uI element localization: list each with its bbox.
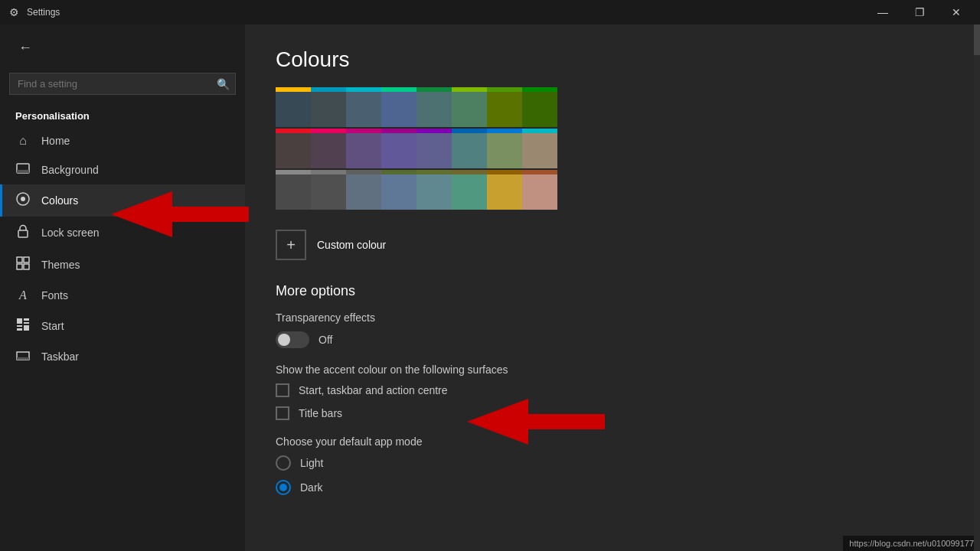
transparency-toggle-row: Off: [276, 331, 949, 348]
search-icon: 🔍: [217, 78, 230, 90]
colour-swatch[interactable]: [487, 133, 522, 168]
title-bars-checkbox[interactable]: [276, 406, 289, 420]
colour-swatch[interactable]: [276, 133, 311, 168]
window-controls: — ❐ ✕: [865, 0, 974, 24]
radio-dark-label: Dark: [300, 481, 323, 494]
svg-rect-16: [17, 357, 29, 360]
sidebar-item-label: Lock screen: [41, 227, 99, 239]
colour-grid-container: [276, 87, 949, 210]
scrollbar-track[interactable]: [974, 24, 980, 551]
sidebar-item-label: Colours: [41, 194, 78, 207]
sidebar-item-start[interactable]: Start: [0, 310, 245, 342]
svg-rect-11: [24, 322, 29, 324]
colour-swatch[interactable]: [276, 174, 311, 210]
custom-colour-button[interactable]: + Custom colour: [276, 225, 386, 265]
svg-rect-7: [17, 264, 22, 269]
sidebar-item-home[interactable]: ⌂ Home: [0, 126, 245, 155]
colours-icon: [15, 192, 31, 209]
svg-rect-12: [17, 325, 22, 327]
restore-button[interactable]: ❐: [902, 0, 937, 24]
checkbox-row-1: Start, taskbar and action centre: [276, 383, 949, 397]
svg-point-3: [21, 197, 25, 201]
custom-colour-label: Custom colour: [317, 239, 386, 251]
colour-swatch[interactable]: [311, 174, 346, 210]
themes-icon: [15, 256, 31, 273]
content-area: Colours: [245, 24, 980, 551]
radio-row-dark: Dark: [276, 480, 949, 495]
start-icon: [15, 318, 31, 334]
svg-rect-14: [24, 325, 29, 331]
transparency-label: Transparency effects: [276, 311, 949, 324]
colour-swatch[interactable]: [487, 174, 522, 210]
colour-swatch[interactable]: [522, 92, 557, 127]
checkbox2-label: Title bars: [299, 407, 342, 419]
radio-light[interactable]: [276, 455, 291, 471]
back-button[interactable]: ←: [15, 37, 35, 59]
colour-swatch[interactable]: [416, 133, 452, 168]
scrollbar-thumb[interactable]: [974, 24, 980, 55]
colour-swatch[interactable]: [452, 92, 487, 127]
colour-swatch[interactable]: [522, 133, 557, 168]
colour-swatch[interactable]: [416, 92, 452, 127]
search-input[interactable]: [9, 73, 236, 95]
transparency-toggle[interactable]: [276, 331, 309, 348]
minimize-button[interactable]: —: [865, 0, 900, 24]
sidebar-item-themes[interactable]: Themes: [0, 249, 245, 281]
search-box: 🔍: [9, 73, 236, 95]
colour-swatch[interactable]: [381, 174, 416, 210]
sidebar-item-fonts[interactable]: A Fonts: [0, 281, 245, 310]
title-bar: ⚙ Settings — ❐ ✕: [0, 0, 980, 24]
settings-icon: ⚙: [9, 6, 19, 18]
radio-light-label: Light: [300, 457, 323, 469]
colour-swatch[interactable]: [346, 92, 381, 127]
sidebar-item-label: Fonts: [41, 289, 68, 302]
colour-swatch[interactable]: [311, 92, 346, 127]
sidebar-item-colours[interactable]: Colours: [0, 184, 245, 217]
sidebar-item-label: Background: [41, 164, 99, 176]
svg-rect-10: [24, 318, 29, 321]
swatch-row-2: [276, 133, 557, 168]
sidebar: ← 🔍 Personalisation ⌂ Home Background: [0, 24, 245, 551]
colour-swatch[interactable]: [452, 174, 487, 210]
sidebar-item-taskbar[interactable]: Taskbar: [0, 342, 245, 371]
title-bar-left: ⚙ Settings: [9, 6, 60, 18]
radio-dark[interactable]: [276, 480, 291, 495]
start-taskbar-checkbox[interactable]: [276, 383, 289, 397]
sidebar-item-background[interactable]: Background: [0, 155, 245, 184]
background-icon: [15, 163, 31, 177]
colour-swatch[interactable]: [381, 133, 416, 168]
toggle-knob: [278, 334, 290, 346]
svg-rect-13: [17, 328, 22, 331]
fonts-icon: A: [15, 289, 31, 302]
colour-swatch[interactable]: [381, 92, 416, 127]
colour-swatch[interactable]: [346, 133, 381, 168]
sidebar-item-label: Start: [41, 320, 64, 332]
checkbox1-label: Start, taskbar and action centre: [299, 384, 448, 396]
section-label: Personalisation: [0, 101, 245, 126]
swatch-row-1: [276, 92, 557, 127]
checkbox-row-2: Title bars: [276, 406, 342, 420]
title-bars-row: Title bars: [276, 406, 949, 420]
svg-rect-1: [17, 170, 29, 173]
sidebar-item-lock-screen[interactable]: Lock screen: [0, 217, 245, 249]
plus-icon: +: [276, 230, 306, 260]
svg-rect-4: [18, 230, 28, 237]
app-mode-label: Choose your default app mode: [276, 435, 949, 448]
colour-swatch[interactable]: [452, 133, 487, 168]
colour-swatch[interactable]: [487, 92, 522, 127]
colour-swatch[interactable]: [346, 174, 381, 210]
lock-icon: [15, 224, 31, 241]
url-bar: https://blog.csdn.net/u010099177: [843, 536, 980, 551]
svg-rect-6: [24, 257, 29, 262]
radio-row-light: Light: [276, 455, 949, 471]
main-layout: ← 🔍 Personalisation ⌂ Home Background: [0, 24, 980, 551]
taskbar-icon: [15, 350, 31, 364]
colour-swatch[interactable]: [276, 92, 311, 127]
colour-swatch[interactable]: [416, 174, 452, 210]
sidebar-item-label: Themes: [41, 259, 80, 271]
close-button[interactable]: ✕: [939, 0, 974, 24]
colour-swatch[interactable]: [522, 174, 557, 210]
app-title: Settings: [27, 7, 60, 18]
colour-swatch[interactable]: [311, 133, 346, 168]
svg-rect-8: [24, 264, 29, 269]
